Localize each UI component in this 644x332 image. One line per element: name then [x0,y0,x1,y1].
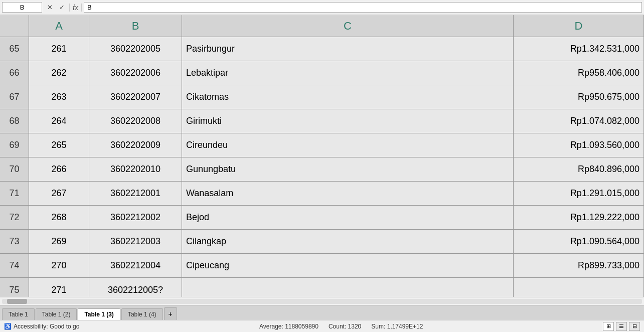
count-stat: Count: 1320 [329,323,361,330]
cell-d[interactable]: Rp899.733,000 [514,254,644,277]
name-box[interactable]: B [2,2,42,13]
cell-a[interactable]: 266 [29,157,89,181]
cell-d[interactable]: Rp840.896,000 [514,157,644,181]
cell-b[interactable]: 3602202010 [89,157,182,181]
cancel-button[interactable]: ✕ [44,2,55,13]
spreadsheet: A B C D 65 261 3602202005 Pasirbungur Rp… [0,15,644,305]
cell-d[interactable]: Rp950.675,000 [514,85,644,109]
cell-d[interactable]: Rp1.074.082,000 [514,109,644,133]
cell-d[interactable]: Rp1.291.015,000 [514,182,644,205]
table-row[interactable]: 74 270 3602212004 Cipeucang Rp899.733,00… [0,254,644,278]
cell-b[interactable]: 3602202008 [89,109,182,133]
table-row[interactable]: 73 269 3602212003 Cilangkap Rp1.090.564,… [0,230,644,254]
grid-view-button[interactable]: ⊞ [603,322,614,331]
add-sheet-button[interactable]: + [164,307,177,320]
row-number: 74 [0,254,29,277]
sheet-tab[interactable]: Table 1 [2,308,35,320]
list-view-button[interactable]: ☰ [616,322,627,331]
row-number: 70 [0,157,29,181]
table-row[interactable]: 71 267 3602212001 Wanasalam Rp1.291.015,… [0,182,644,206]
col-header-d[interactable]: D [514,15,644,37]
accessibility-text: Accessibility: Good to go [14,323,79,330]
cell-a[interactable]: 270 [29,254,89,277]
cell-c[interactable]: Cipeucang [182,254,514,277]
cell-b[interactable]: 3602202005 [89,37,182,61]
row-num-header [0,15,29,37]
cell-b[interactable]: 3602212003 [89,230,182,253]
scrollbar-track [2,299,642,304]
cell-b[interactable]: 3602212005? [89,278,182,297]
cell-a[interactable]: 263 [29,85,89,109]
sheet-tab[interactable]: Table 1 (4) [121,308,163,320]
sum-stat: Sum: 1,17499E+12 [371,323,423,330]
formula-buttons: ✕ ✓ [44,2,67,13]
status-stats: Average: 1188059890 Count: 1320 Sum: 1,1… [87,323,595,330]
table-row[interactable]: 65 261 3602202005 Pasirbungur Rp1.342.53… [0,37,644,61]
cell-b[interactable]: 3602202009 [89,133,182,157]
horizontal-scrollbar[interactable] [0,297,644,305]
confirm-button[interactable]: ✓ [56,2,67,13]
cell-d[interactable]: Rp958.406,000 [514,61,644,85]
row-number: 68 [0,109,29,133]
table-row[interactable]: 69 265 3602202009 Cireundeu Rp1.093.560,… [0,133,644,157]
cell-a[interactable]: 261 [29,37,89,61]
cell-a[interactable]: 271 [29,278,89,297]
sheet-tabs: Table 1Table 1 (2)Table 1 (3)Table 1 (4)… [0,305,644,320]
table-row[interactable]: 67 263 3602202007 Cikatomas Rp950.675,00… [0,85,644,109]
accessibility-icon: ♿ [4,323,12,330]
cell-d[interactable]: Rp1.342.531,000 [514,37,644,61]
table-row[interactable]: 68 264 3602202008 Girimukti Rp1.074.082,… [0,109,644,133]
rows-container: 65 261 3602202005 Pasirbungur Rp1.342.53… [0,37,644,297]
row-number: 65 [0,37,29,61]
accessibility-status: ♿ Accessibility: Good to go [4,323,79,330]
table-row[interactable]: 75 271 3602212005? [0,278,644,297]
table-row[interactable]: 70 266 3602202010 Gunungbatu Rp840.896,0… [0,157,644,182]
formula-bar: B ✕ ✓ fx [0,0,644,15]
scrollbar-thumb[interactable] [7,299,27,304]
formula-input[interactable] [84,2,642,13]
cell-c[interactable]: Wanasalam [182,182,514,205]
cell-c[interactable]: Bejod [182,206,514,229]
col-header-b[interactable]: B [89,15,182,37]
cell-a[interactable]: 264 [29,109,89,133]
column-headers: A B C D [0,15,644,37]
row-number: 72 [0,206,29,229]
cell-b[interactable]: 3602202006 [89,61,182,85]
cell-d[interactable]: Rp1.129.222,000 [514,206,644,229]
cell-a[interactable]: 269 [29,230,89,253]
cell-b[interactable]: 3602202007 [89,85,182,109]
status-bar: ♿ Accessibility: Good to go Average: 118… [0,320,644,332]
row-number: 73 [0,230,29,253]
fx-label: fx [69,4,82,12]
cell-a[interactable]: 267 [29,182,89,205]
row-number: 75 [0,278,29,297]
cell-c[interactable] [182,278,514,297]
col-header-a[interactable]: A [29,15,89,37]
cell-a[interactable]: 265 [29,133,89,157]
cell-b[interactable]: 3602212001 [89,182,182,205]
cell-b[interactable]: 3602212002 [89,206,182,229]
cell-c[interactable]: Cilangkap [182,230,514,253]
cell-d[interactable]: Rp1.090.564,000 [514,230,644,253]
cell-c[interactable]: Girimukti [182,109,514,133]
cell-c[interactable]: Pasirbungur [182,37,514,61]
split-view-button[interactable]: ⊟ [629,322,640,331]
cell-b[interactable]: 3602212004 [89,254,182,277]
average-stat: Average: 1188059890 [259,323,318,330]
table-row[interactable]: 66 262 3602202006 Lebaktipar Rp958.406,0… [0,61,644,85]
col-header-c[interactable]: C [182,15,514,37]
sheet-tab[interactable]: Table 1 (2) [36,308,77,320]
row-number: 67 [0,85,29,109]
table-row[interactable]: 72 268 3602212002 Bejod Rp1.129.222,000 [0,206,644,230]
cell-a[interactable]: 262 [29,61,89,85]
sheet-tab[interactable]: Table 1 (3) [78,308,120,320]
cell-c[interactable]: Gunungbatu [182,157,514,181]
cell-d[interactable] [514,278,644,297]
cell-a[interactable]: 268 [29,206,89,229]
cell-c[interactable]: Cireundeu [182,133,514,157]
row-number: 71 [0,182,29,205]
cell-c[interactable]: Lebaktipar [182,61,514,85]
row-number: 69 [0,133,29,157]
cell-d[interactable]: Rp1.093.560,000 [514,133,644,157]
cell-c[interactable]: Cikatomas [182,85,514,109]
